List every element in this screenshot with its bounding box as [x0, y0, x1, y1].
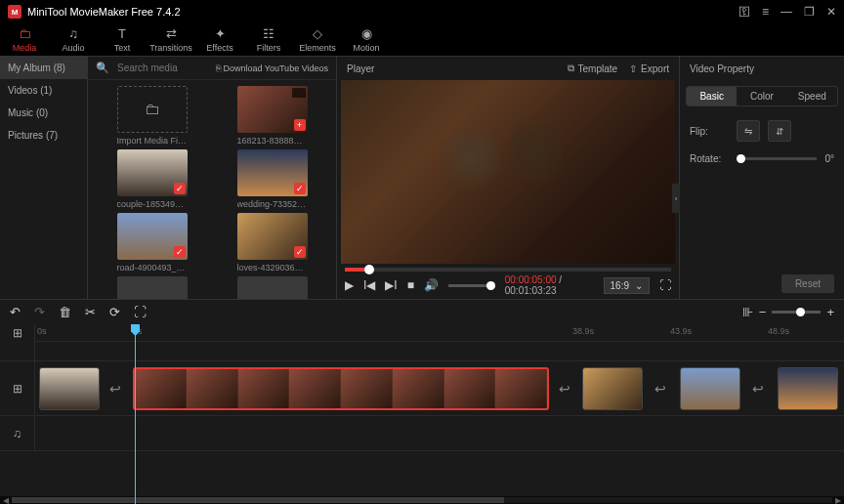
minimize-button[interactable]: —: [781, 5, 792, 19]
menu-icon[interactable]: ≡: [762, 5, 769, 19]
audio-track-icon[interactable]: ♫: [0, 416, 35, 450]
media-item[interactable]: + 168213-838884062...: [214, 86, 330, 146]
volume-slider[interactable]: [448, 284, 495, 287]
panel-collapse-button[interactable]: ›: [672, 184, 680, 213]
category-sidebar: My Album (8) Videos (1) Music (0) Pictur…: [0, 57, 88, 299]
import-media-button[interactable]: 🗀 Import Media Files: [94, 86, 210, 146]
zoom-slider[interactable]: [772, 311, 821, 314]
tab-transitions[interactable]: ⇄Transitions: [147, 23, 195, 56]
download-youtube-link[interactable]: ⎘ Download YouTube Videos: [216, 63, 328, 73]
media-grid: 🗀 Import Media Files + 168213-838884062.…: [88, 80, 336, 299]
flip-vertical-button[interactable]: ⇵: [768, 120, 791, 142]
tab-elements[interactable]: ◇Elements: [293, 23, 342, 56]
timeline: ⊞ 0s 5s 38.9s 43.9s 48.9s ⊞ ↩ ↩ ↩ ↩: [0, 324, 844, 504]
tab-motion[interactable]: ◉Motion: [342, 23, 391, 56]
clip[interactable]: [582, 367, 643, 410]
check-icon: ✓: [294, 246, 306, 258]
tab-text[interactable]: TText: [98, 23, 147, 56]
transitions-icon: ⇄: [166, 26, 177, 41]
timeline-match-button[interactable]: ⊪: [742, 305, 753, 319]
transition-button[interactable]: ↩: [748, 367, 768, 410]
video-track-icon[interactable]: ⊞: [0, 361, 35, 415]
media-panel: 🔍 ⎘ Download YouTube Videos 🗀 Import Med…: [88, 57, 336, 299]
app-logo: M: [8, 5, 21, 19]
sidebar-videos[interactable]: Videos (1): [0, 79, 87, 102]
split-button[interactable]: ✂: [85, 305, 96, 319]
template-button[interactable]: ⧉Template: [568, 63, 618, 74]
search-input[interactable]: [117, 63, 205, 73]
search-icon: 🔍: [96, 62, 109, 74]
clip[interactable]: [778, 367, 838, 410]
reset-button[interactable]: Reset: [781, 274, 834, 293]
media-item[interactable]: ✓ wedding-7335258_...: [214, 149, 330, 209]
timeline-menu-button[interactable]: ⊞: [0, 324, 35, 342]
rotate-label: Rotate:: [690, 153, 729, 164]
text-icon: T: [118, 26, 126, 41]
props-tab-speed[interactable]: Speed: [787, 87, 837, 105]
tab-audio[interactable]: ♫Audio: [49, 23, 98, 56]
fullscreen-button[interactable]: ⛶: [659, 278, 671, 292]
transition-button[interactable]: ↩: [555, 367, 574, 410]
redo-button[interactable]: ↷: [34, 305, 45, 319]
export-button[interactable]: ⇧Export: [629, 63, 669, 74]
props-tab-basic[interactable]: Basic: [687, 87, 737, 105]
add-icon[interactable]: +: [294, 119, 306, 131]
transition-button[interactable]: ↩: [651, 367, 670, 410]
chevron-down-icon: ⌄: [635, 280, 643, 291]
flip-horizontal-button[interactable]: ⇋: [737, 120, 760, 142]
rotate-slider[interactable]: [737, 157, 817, 160]
delete-button[interactable]: 🗑: [59, 305, 71, 319]
sidebar-pictures[interactable]: Pictures (7): [0, 124, 87, 147]
titlebar: M MiniTool MovieMaker Free 7.4.2 ⚿ ≡ — ❐…: [0, 0, 844, 23]
maximize-button[interactable]: ❐: [804, 5, 815, 19]
media-item[interactable]: [94, 276, 210, 299]
speed-button[interactable]: ⟳: [109, 305, 120, 319]
prev-frame-button[interactable]: I◀: [363, 278, 375, 292]
play-button[interactable]: ▶: [345, 278, 354, 292]
undo-button[interactable]: ↶: [10, 305, 21, 319]
folder-icon: 🗀: [145, 101, 160, 118]
crop-button[interactable]: ⛶: [134, 305, 147, 319]
media-item[interactable]: ✓ couple-1853499_12...: [94, 149, 210, 209]
video-track-body[interactable]: ↩ ↩ ↩ ↩: [35, 361, 844, 415]
clip-selected[interactable]: [133, 367, 549, 410]
zoom-out-button[interactable]: −: [759, 305, 767, 319]
progress-bar[interactable]: [345, 268, 671, 272]
props-tab-color[interactable]: Color: [737, 87, 786, 105]
next-frame-button[interactable]: ▶I: [385, 278, 397, 292]
timeline-ruler[interactable]: 0s 5s 38.9s 43.9s 48.9s: [35, 324, 844, 342]
key-icon[interactable]: ⚿: [738, 5, 750, 19]
sidebar-music[interactable]: Music (0): [0, 102, 87, 124]
timeline-scrollbar[interactable]: ◀▶: [0, 496, 844, 504]
video-preview[interactable]: [341, 80, 675, 264]
flip-label: Flip:: [690, 126, 729, 137]
export-icon: ⇧: [629, 63, 637, 74]
media-item[interactable]: ✓ loves-4329036_1280: [214, 213, 330, 273]
close-button[interactable]: ✕: [826, 5, 836, 19]
audio-track-body[interactable]: [35, 416, 844, 450]
tab-media[interactable]: 🗀Media: [0, 23, 49, 56]
tab-effects[interactable]: ✦Effects: [195, 23, 244, 56]
stop-button[interactable]: ■: [407, 278, 414, 292]
volume-icon[interactable]: 🔊: [424, 278, 439, 292]
player-panel: Player ⧉Template ⇧Export ▶ I◀ ▶I ■ 🔊 00:…: [336, 57, 680, 299]
flip-h-icon: ⇋: [744, 126, 752, 137]
transition-button[interactable]: ↩: [106, 367, 125, 410]
sidebar-my-album[interactable]: My Album (8): [0, 57, 87, 79]
timeline-toolbar: ↶ ↷ 🗑 ✂ ⟳ ⛶ ⊪ − +: [0, 299, 844, 324]
check-icon: ✓: [174, 246, 186, 258]
effects-icon: ✦: [215, 26, 226, 41]
zoom-in-button[interactable]: +: [826, 305, 834, 319]
tab-filters[interactable]: ☷Filters: [244, 23, 293, 56]
template-icon: ⧉: [568, 63, 574, 74]
media-item[interactable]: [214, 276, 330, 299]
download-icon: ⎘: [216, 63, 221, 73]
playhead[interactable]: [135, 324, 136, 504]
clip[interactable]: [680, 367, 740, 410]
media-item[interactable]: ✓ road-4900493_1280: [94, 213, 210, 273]
check-icon: ✓: [294, 183, 306, 194]
clip[interactable]: [39, 367, 100, 410]
rotate-value: 0°: [824, 153, 834, 164]
elements-icon: ◇: [313, 26, 322, 41]
aspect-dropdown[interactable]: 16:9⌄: [604, 277, 650, 294]
